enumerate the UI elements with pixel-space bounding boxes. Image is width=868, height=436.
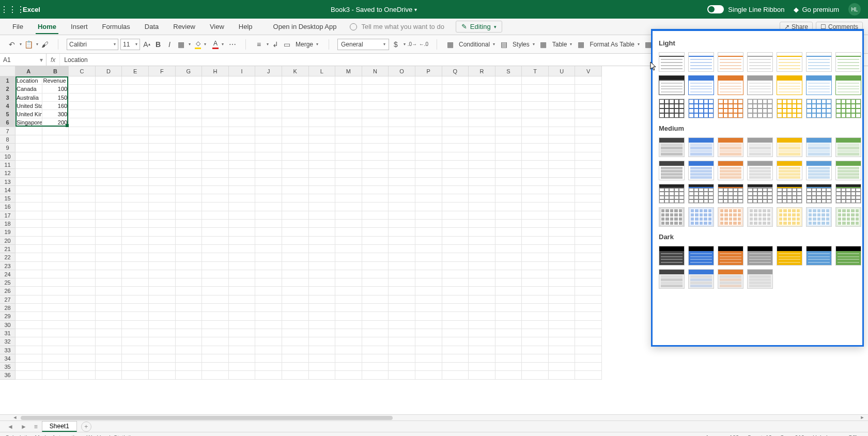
cell[interactable]	[96, 152, 122, 161]
add-sheet-button[interactable]: +	[81, 422, 91, 432]
cell[interactable]	[229, 144, 256, 152]
cell[interactable]	[309, 169, 336, 177]
cell[interactable]	[549, 346, 576, 354]
cell[interactable]	[149, 337, 176, 346]
cell[interactable]	[202, 321, 229, 329]
table-style-option[interactable]	[659, 75, 685, 95]
cell[interactable]	[69, 220, 96, 228]
cell[interactable]	[415, 94, 442, 102]
cell[interactable]	[176, 228, 203, 236]
cell[interactable]	[69, 346, 96, 354]
cell[interactable]	[575, 346, 602, 354]
cell[interactable]	[362, 102, 389, 110]
cell[interactable]	[335, 220, 362, 228]
cell[interactable]	[96, 270, 122, 278]
cell[interactable]	[522, 253, 549, 261]
cell[interactable]	[229, 203, 256, 211]
cell[interactable]: Revenue	[42, 76, 69, 85]
cell[interactable]	[575, 321, 602, 329]
cell[interactable]	[415, 371, 442, 379]
sheet-menu-icon[interactable]: ≡	[31, 423, 41, 430]
cell[interactable]	[69, 102, 96, 110]
cell[interactable]	[442, 102, 469, 110]
table-style-option[interactable]	[688, 161, 714, 180]
cell[interactable]	[176, 312, 203, 320]
cell[interactable]	[389, 287, 415, 295]
cell[interactable]	[442, 118, 469, 127]
cell[interactable]	[549, 270, 576, 278]
cell[interactable]	[522, 270, 549, 278]
column-header-C[interactable]: C	[69, 66, 96, 76]
table-style-option[interactable]	[806, 52, 832, 72]
cell[interactable]	[549, 278, 576, 287]
cell[interactable]	[69, 76, 96, 85]
cell[interactable]	[282, 178, 309, 186]
cell[interactable]	[42, 321, 69, 329]
cell[interactable]	[335, 354, 362, 363]
cell[interactable]	[122, 245, 149, 253]
column-header-F[interactable]: F	[149, 66, 176, 76]
cell[interactable]	[16, 186, 42, 194]
cell[interactable]	[96, 363, 122, 371]
column-header-A[interactable]: A	[16, 66, 42, 76]
cell[interactable]	[96, 203, 122, 211]
cell[interactable]	[495, 329, 522, 337]
cell[interactable]	[522, 186, 549, 194]
cell[interactable]	[229, 371, 256, 379]
cell[interactable]	[442, 94, 469, 102]
cell[interactable]	[495, 211, 522, 220]
cell[interactable]	[495, 346, 522, 354]
cell[interactable]	[122, 135, 149, 144]
table-style-option[interactable]	[718, 184, 743, 204]
cell[interactable]	[202, 262, 229, 270]
cell[interactable]	[122, 253, 149, 261]
row-header-34[interactable]: 34	[0, 354, 16, 363]
cell[interactable]	[309, 85, 336, 93]
cell[interactable]	[176, 295, 203, 304]
cell[interactable]	[202, 135, 229, 144]
row-header-14[interactable]: 14	[0, 186, 16, 194]
cell[interactable]	[176, 363, 203, 371]
cell[interactable]	[522, 262, 549, 270]
cell[interactable]	[549, 363, 576, 371]
cell[interactable]	[122, 321, 149, 329]
cell[interactable]	[255, 321, 282, 329]
cell[interactable]	[415, 144, 442, 152]
cell[interactable]	[495, 287, 522, 295]
cell[interactable]	[122, 287, 149, 295]
cell[interactable]	[42, 161, 69, 169]
cell[interactable]	[309, 363, 336, 371]
fx-label[interactable]: fx	[47, 54, 60, 66]
sheet-nav-next-icon[interactable]: ►	[18, 423, 30, 430]
row-header-28[interactable]: 28	[0, 304, 16, 312]
cell[interactable]	[282, 371, 309, 379]
table-style-option[interactable]	[777, 137, 802, 157]
cell[interactable]	[575, 363, 602, 371]
cell[interactable]	[522, 321, 549, 329]
cell[interactable]	[495, 85, 522, 93]
cell[interactable]	[122, 169, 149, 177]
cell[interactable]	[202, 194, 229, 203]
cell[interactable]	[176, 94, 203, 102]
cell[interactable]	[176, 144, 203, 152]
cell[interactable]	[522, 94, 549, 102]
cell[interactable]	[549, 102, 576, 110]
cell[interactable]	[176, 169, 203, 177]
cell[interactable]	[282, 270, 309, 278]
cell[interactable]	[309, 135, 336, 144]
format-painter-icon[interactable]: 🖌	[40, 40, 50, 49]
cell[interactable]	[549, 228, 576, 236]
cell[interactable]	[202, 228, 229, 236]
cell[interactable]	[549, 211, 576, 220]
row-header-21[interactable]: 21	[0, 245, 16, 253]
cell[interactable]	[575, 312, 602, 320]
tab-data[interactable]: Data	[137, 20, 166, 34]
cell[interactable]	[309, 110, 336, 118]
table-style-option[interactable]	[835, 246, 861, 266]
cell[interactable]	[16, 211, 42, 220]
cell[interactable]	[282, 253, 309, 261]
cell[interactable]	[335, 186, 362, 194]
cell[interactable]	[389, 295, 415, 304]
cell[interactable]	[16, 312, 42, 320]
cell[interactable]	[42, 363, 69, 371]
